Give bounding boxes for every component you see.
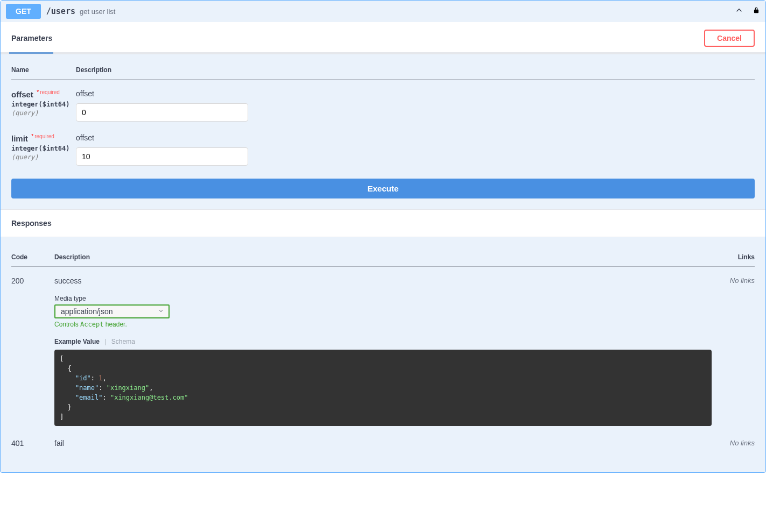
- response-description-text: fail: [54, 439, 712, 448]
- parameter-row: limit *required integer($int64) (query) …: [11, 124, 755, 168]
- operation-block: GET /users get user list Parameters Canc…: [0, 0, 766, 473]
- http-method-badge: GET: [6, 4, 41, 19]
- endpoint-summary: get user list: [80, 8, 115, 16]
- chevron-up-icon[interactable]: [734, 5, 744, 17]
- param-description: offset: [76, 133, 755, 142]
- media-type-selected: application/json: [61, 307, 113, 316]
- execute-button[interactable]: Execute: [11, 179, 755, 198]
- operation-header[interactable]: GET /users get user list: [1, 1, 765, 22]
- responses-table: Code Description Links 200success Media …: [11, 248, 755, 451]
- response-code: 401: [11, 429, 54, 451]
- parameters-table: Name Description offset *required intege…: [11, 61, 755, 168]
- header-actions: [734, 5, 760, 17]
- required-label: required: [40, 89, 60, 95]
- response-code: 200: [11, 267, 54, 430]
- required-label: required: [34, 133, 54, 139]
- tab-example-value[interactable]: Example Value: [54, 338, 100, 345]
- param-name: limit: [11, 134, 28, 143]
- resp-header-code: Code: [11, 248, 54, 267]
- param-input[interactable]: [76, 103, 248, 122]
- parameter-row: offset *required integer($int64) (query)…: [11, 80, 755, 124]
- media-type-select[interactable]: application/json: [54, 304, 170, 318]
- response-row: 200success Media type application/json C…: [11, 267, 755, 430]
- response-row: 401failNo links: [11, 429, 755, 451]
- response-links: No links: [712, 429, 755, 451]
- param-header-name: Name: [11, 61, 76, 80]
- controls-accept-hint: Controls Accept header.: [54, 321, 712, 328]
- param-header-description: Description: [76, 61, 755, 80]
- responses-body: Code Description Links 200success Media …: [1, 237, 765, 472]
- resp-header-links: Links: [712, 248, 755, 267]
- response-description-text: success: [54, 276, 712, 285]
- example-code-block: [ { "id": 1, "name": "xingxiang", "email…: [54, 350, 712, 426]
- param-in: (query): [11, 109, 76, 117]
- response-description-cell: success Media type application/json Cont…: [54, 267, 712, 430]
- tab-underline: [1, 53, 765, 54]
- param-input[interactable]: [76, 147, 248, 166]
- endpoint-path: /users: [46, 6, 75, 16]
- response-description-cell: fail: [54, 429, 712, 451]
- required-star-icon: *: [31, 133, 33, 139]
- param-description: offset: [76, 89, 755, 98]
- responses-section-header: Responses: [1, 209, 765, 237]
- response-links: No links: [712, 267, 755, 430]
- parameters-section-header: Parameters Cancel: [1, 22, 765, 53]
- tab-separator: |: [104, 338, 106, 345]
- param-in: (query): [11, 153, 76, 161]
- media-type-label: Media type: [54, 295, 712, 302]
- param-type: integer($int64): [11, 101, 76, 108]
- param-type: integer($int64): [11, 145, 76, 152]
- example-tabs: Example Value | Schema: [54, 338, 712, 345]
- responses-title: Responses: [11, 219, 52, 228]
- cancel-button[interactable]: Cancel: [704, 30, 755, 47]
- resp-header-description: Description: [54, 248, 712, 267]
- parameters-body: Name Description offset *required intege…: [1, 54, 765, 209]
- parameters-title: Parameters: [11, 34, 52, 42]
- required-star-icon: *: [37, 89, 39, 95]
- param-name: offset: [11, 90, 33, 99]
- chevron-down-icon: [158, 307, 164, 316]
- tab-schema[interactable]: Schema: [111, 338, 135, 345]
- lock-icon[interactable]: [753, 6, 760, 17]
